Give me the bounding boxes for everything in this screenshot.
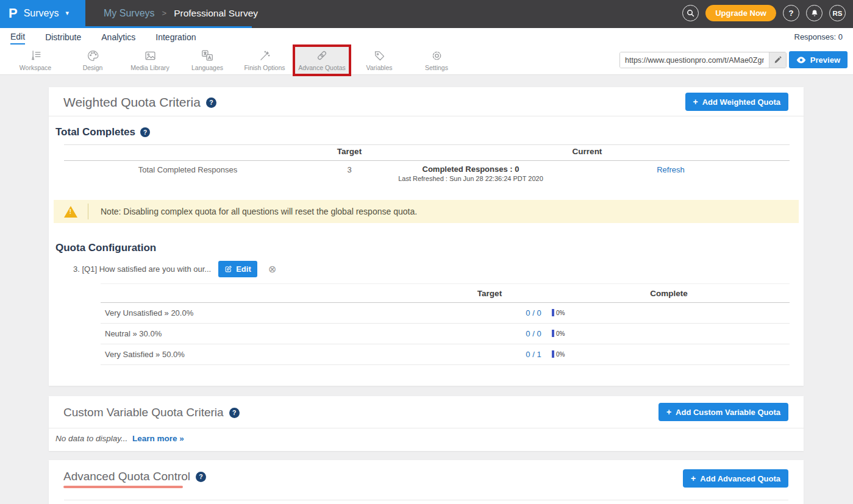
quota-warning-note: Note: Disabling complex quota for all qu…	[54, 200, 799, 223]
edit-url-button[interactable]	[769, 52, 786, 68]
column-header-target: Target	[477, 289, 502, 298]
plus-icon: +	[691, 474, 696, 483]
edit-toolbar: Workspace Design Media Library Languages…	[0, 46, 853, 75]
target-progress-value[interactable]: 0 / 0	[526, 308, 541, 318]
toolbar-item-label: Design	[83, 64, 103, 71]
remove-quota-icon[interactable]: ⊗	[268, 264, 276, 274]
warning-icon-wrap	[54, 206, 88, 218]
add-advanced-quota-label: Add Advanced Quota	[700, 474, 780, 483]
search-icon	[686, 9, 695, 18]
add-advanced-quota-button[interactable]: + Add Advanced Quota	[683, 469, 788, 488]
quota-question-row: 3. [Q1] How satisfied are you with our..…	[73, 261, 276, 277]
toolbar-item-media-library[interactable]: Media Library	[121, 46, 179, 75]
total-completes-heading: Total Completes ?	[55, 126, 150, 138]
product-label: Surveys	[24, 8, 59, 19]
note-divider	[88, 204, 88, 219]
answer-option-label: Neutral » 30.0%	[105, 329, 162, 338]
learn-more-link[interactable]: Learn more »	[132, 434, 184, 443]
toolbar-item-settings[interactable]: Settings	[408, 46, 465, 75]
toolbar-item-design[interactable]: Design	[64, 46, 121, 75]
column-header-target: Target	[337, 147, 362, 156]
help-badge-icon[interactable]: ?	[206, 98, 216, 108]
breadcrumb-current-survey: Professional Survey	[174, 8, 258, 19]
refresh-link[interactable]: Refresh	[657, 165, 685, 174]
breadcrumb: My Surveys > Professional Survey	[104, 8, 258, 19]
tab-analytics[interactable]: Analytics	[101, 30, 135, 44]
weighted-quota-title-text: Weighted Quota Criteria	[63, 95, 201, 110]
no-data-text: No data to display...	[55, 434, 127, 443]
progress-percent: 0%	[556, 310, 565, 316]
table-border	[64, 144, 790, 145]
completed-responses-value: Completed Responses : 0	[423, 165, 519, 174]
breadcrumb-separator-icon: >	[162, 9, 167, 18]
custom-variable-title-text: Custom Variable Quota Criteria	[63, 406, 224, 419]
survey-url-input[interactable]	[620, 52, 769, 68]
toolbar-item-label: Advance Quotas	[298, 64, 346, 71]
preview-label: Preview	[810, 55, 840, 65]
tab-edit[interactable]: Edit	[10, 29, 25, 44]
total-completes-title-text: Total Completes	[55, 126, 135, 138]
preview-button[interactable]: Preview	[789, 51, 848, 68]
progress-bar	[552, 309, 554, 316]
help-badge-icon[interactable]: ?	[196, 472, 206, 482]
toolbar-item-workspace[interactable]: Workspace	[7, 46, 64, 75]
survey-url-field	[619, 52, 787, 68]
progress-bar	[552, 350, 554, 358]
target-progress-value[interactable]: 0 / 0	[526, 329, 541, 338]
progress-percent: 0%	[556, 330, 565, 337]
search-button[interactable]	[682, 5, 699, 21]
product-switcher[interactable]: P Surveys ▾	[0, 0, 85, 26]
answer-option-label: Very Unsatisfied » 20.0%	[105, 308, 193, 318]
toolbar-item-variables[interactable]: Variables	[351, 46, 408, 75]
toolbar-item-label: Media Library	[130, 64, 170, 71]
notifications-button[interactable]	[806, 5, 823, 21]
edit-quota-label: Edit	[236, 264, 251, 274]
quota-question-label: 3. [Q1] How satisfied are you with our..…	[73, 264, 211, 274]
palette-icon	[87, 49, 99, 62]
add-custom-variable-quota-button[interactable]: + Add Custom Variable Quota	[658, 403, 788, 421]
help-badge-icon[interactable]: ?	[140, 127, 150, 137]
table-row: Neutral » 30.0% 0 / 0 0%	[101, 324, 790, 344]
quota-table-header: Target Complete	[101, 283, 790, 303]
tag-icon	[373, 49, 386, 62]
target-progress-value[interactable]: 0 / 1	[526, 350, 541, 359]
add-weighted-quota-button[interactable]: + Add Weighted Quota	[685, 93, 789, 111]
table-border	[64, 160, 790, 161]
pencil-icon	[774, 56, 782, 64]
divider	[49, 116, 804, 116]
toolbar-item-finish-options[interactable]: Finish Options	[236, 46, 293, 75]
add-weighted-quota-label: Add Weighted Quota	[702, 98, 780, 107]
empty-state: No data to display... Learn more »	[55, 434, 184, 443]
quota-configuration-heading: Quota Configuration	[55, 242, 156, 254]
primary-nav: Edit Distribute Analytics Integration Re…	[0, 28, 853, 46]
plus-icon: +	[666, 407, 671, 417]
tab-integration[interactable]: Integration	[155, 30, 196, 44]
warning-triangle-icon	[64, 206, 77, 218]
toolbar-item-languages[interactable]: Languages	[179, 46, 236, 75]
tab-distribute[interactable]: Distribute	[45, 30, 81, 44]
custom-variable-quota-card: Custom Variable Quota Criteria ? + Add C…	[49, 396, 804, 451]
upgrade-now-button[interactable]: Upgrade Now	[705, 5, 776, 21]
help-badge-icon[interactable]: ?	[229, 408, 240, 418]
translate-icon	[201, 49, 214, 62]
avatar[interactable]: RS	[829, 5, 846, 21]
advanced-quota-title: Advanced Quota Control ?	[63, 470, 206, 483]
divider	[49, 428, 804, 428]
questionpro-logo: P	[9, 5, 18, 21]
weighted-quota-title: Weighted Quota Criteria ?	[63, 95, 216, 110]
help-button[interactable]: ?	[783, 5, 799, 21]
breadcrumb-my-surveys[interactable]: My Surveys	[104, 8, 155, 19]
divider	[64, 500, 788, 500]
last-refreshed-timestamp: Last Refreshed : Sun Jun 28 22:36:24 PDT…	[398, 175, 543, 182]
edit-icon	[224, 265, 232, 273]
note-text: Note: Disabling complex quota for all qu…	[101, 207, 417, 216]
responses-count: Responses: 0	[794, 32, 843, 41]
progress-percent: 0%	[556, 351, 565, 358]
edit-quota-button[interactable]: Edit	[218, 261, 257, 277]
table-row: Very Satisfied » 50.0% 0 / 1 0%	[101, 344, 790, 365]
progress-bar	[552, 330, 554, 337]
toolbar-item-advance-quotas[interactable]: Advance Quotas	[293, 46, 351, 75]
table-row: Very Unsatisfied » 20.0% 0 / 0 0%	[101, 303, 790, 324]
advanced-quota-card: Advanced Quota Control ? + Add Advanced …	[49, 460, 804, 504]
plus-icon: +	[693, 97, 698, 107]
